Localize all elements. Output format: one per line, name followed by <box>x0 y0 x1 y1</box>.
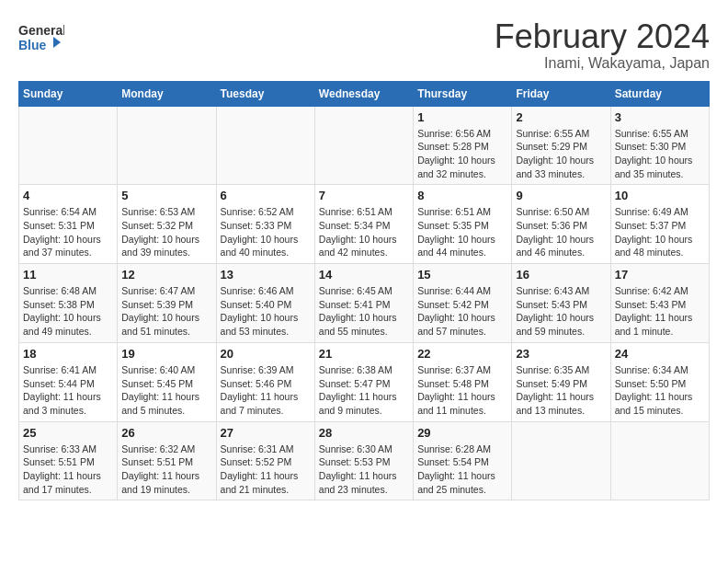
day-number: 16 <box>516 268 606 282</box>
day-info: Sunrise: 6:46 AM Sunset: 5:40 PM Dayligh… <box>221 284 311 339</box>
calendar-cell: 11Sunrise: 6:48 AM Sunset: 5:38 PM Dayli… <box>19 264 118 343</box>
calendar-cell <box>610 421 709 500</box>
day-info: Sunrise: 6:31 AM Sunset: 5:52 PM Dayligh… <box>221 442 311 497</box>
calendar-cell: 21Sunrise: 6:38 AM Sunset: 5:47 PM Dayli… <box>314 342 413 421</box>
calendar-cell: 16Sunrise: 6:43 AM Sunset: 5:43 PM Dayli… <box>512 264 610 343</box>
day-info: Sunrise: 6:51 AM Sunset: 5:34 PM Dayligh… <box>319 205 409 259</box>
week-row-1: 1Sunrise: 6:56 AM Sunset: 5:28 PM Daylig… <box>19 106 710 185</box>
day-info: Sunrise: 6:38 AM Sunset: 5:47 PM Dayligh… <box>319 363 409 418</box>
week-row-2: 4Sunrise: 6:54 AM Sunset: 5:31 PM Daylig… <box>19 185 710 264</box>
day-number: 10 <box>615 189 705 202</box>
calendar-cell: 26Sunrise: 6:32 AM Sunset: 5:51 PM Dayli… <box>118 421 216 500</box>
calendar-cell: 3Sunrise: 6:55 AM Sunset: 5:30 PM Daylig… <box>610 106 709 185</box>
week-row-5: 25Sunrise: 6:33 AM Sunset: 5:51 PM Dayli… <box>19 421 710 500</box>
svg-marker-2 <box>53 37 61 48</box>
day-info: Sunrise: 6:50 AM Sunset: 5:36 PM Dayligh… <box>516 205 606 259</box>
day-number: 8 <box>417 189 507 202</box>
day-number: 26 <box>121 426 211 440</box>
day-info: Sunrise: 6:47 AM Sunset: 5:39 PM Dayligh… <box>121 284 211 339</box>
day-number: 5 <box>121 189 211 202</box>
week-row-4: 18Sunrise: 6:41 AM Sunset: 5:44 PM Dayli… <box>19 342 710 421</box>
column-header-saturday: Saturday <box>610 81 709 106</box>
calendar-cell: 23Sunrise: 6:35 AM Sunset: 5:49 PM Dayli… <box>512 342 610 421</box>
day-number: 23 <box>516 347 606 361</box>
calendar-cell: 17Sunrise: 6:42 AM Sunset: 5:43 PM Dayli… <box>610 264 709 343</box>
calendar-cell: 13Sunrise: 6:46 AM Sunset: 5:40 PM Dayli… <box>216 264 314 343</box>
day-number: 20 <box>221 347 311 361</box>
calendar-cell <box>512 421 610 500</box>
day-number: 3 <box>615 110 705 124</box>
calendar-cell: 9Sunrise: 6:50 AM Sunset: 5:36 PM Daylig… <box>512 185 610 264</box>
day-info: Sunrise: 6:35 AM Sunset: 5:49 PM Dayligh… <box>516 363 606 418</box>
column-header-monday: Monday <box>118 81 216 106</box>
day-info: Sunrise: 6:56 AM Sunset: 5:28 PM Dayligh… <box>417 127 507 181</box>
column-header-friday: Friday <box>512 81 610 106</box>
week-row-3: 11Sunrise: 6:48 AM Sunset: 5:38 PM Dayli… <box>19 264 710 343</box>
logo: GeneralBlue <box>18 18 64 57</box>
day-info: Sunrise: 6:55 AM Sunset: 5:30 PM Dayligh… <box>615 127 705 181</box>
day-info: Sunrise: 6:33 AM Sunset: 5:51 PM Dayligh… <box>23 442 113 497</box>
day-number: 13 <box>221 268 311 282</box>
day-number: 4 <box>23 189 113 202</box>
calendar-cell: 20Sunrise: 6:39 AM Sunset: 5:46 PM Dayli… <box>216 342 314 421</box>
calendar-cell: 5Sunrise: 6:53 AM Sunset: 5:32 PM Daylig… <box>118 185 216 264</box>
svg-text:General: General <box>18 23 64 38</box>
calendar-cell: 24Sunrise: 6:34 AM Sunset: 5:50 PM Dayli… <box>610 342 709 421</box>
day-number: 9 <box>516 189 606 202</box>
day-info: Sunrise: 6:37 AM Sunset: 5:48 PM Dayligh… <box>417 363 507 418</box>
column-header-thursday: Thursday <box>414 81 512 106</box>
column-header-sunday: Sunday <box>19 81 118 106</box>
column-header-wednesday: Wednesday <box>314 81 413 106</box>
day-number: 18 <box>23 347 113 361</box>
calendar-cell <box>19 106 118 185</box>
day-info: Sunrise: 6:42 AM Sunset: 5:43 PM Dayligh… <box>615 284 705 339</box>
day-number: 7 <box>319 189 409 202</box>
calendar-cell: 2Sunrise: 6:55 AM Sunset: 5:29 PM Daylig… <box>512 106 610 185</box>
day-number: 28 <box>319 426 409 440</box>
calendar-cell: 27Sunrise: 6:31 AM Sunset: 5:52 PM Dayli… <box>216 421 314 500</box>
day-info: Sunrise: 6:30 AM Sunset: 5:53 PM Dayligh… <box>319 442 409 497</box>
calendar-cell: 28Sunrise: 6:30 AM Sunset: 5:53 PM Dayli… <box>314 421 413 500</box>
title-block: February 2024 Inami, Wakayama, Japan <box>495 18 710 72</box>
calendar-cell <box>216 106 314 185</box>
calendar-cell: 15Sunrise: 6:44 AM Sunset: 5:42 PM Dayli… <box>414 264 512 343</box>
calendar-cell: 7Sunrise: 6:51 AM Sunset: 5:34 PM Daylig… <box>314 185 413 264</box>
calendar-cell: 1Sunrise: 6:56 AM Sunset: 5:28 PM Daylig… <box>414 106 512 185</box>
day-number: 27 <box>221 426 311 440</box>
day-number: 11 <box>23 268 113 282</box>
day-info: Sunrise: 6:40 AM Sunset: 5:45 PM Dayligh… <box>121 363 211 418</box>
day-info: Sunrise: 6:55 AM Sunset: 5:29 PM Dayligh… <box>516 127 606 181</box>
logo-svg: GeneralBlue <box>18 18 64 57</box>
day-info: Sunrise: 6:51 AM Sunset: 5:35 PM Dayligh… <box>417 205 507 259</box>
page-title: February 2024 <box>495 18 710 55</box>
page-header: GeneralBlue February 2024 Inami, Wakayam… <box>18 18 710 72</box>
calendar-cell: 10Sunrise: 6:49 AM Sunset: 5:37 PM Dayli… <box>610 185 709 264</box>
day-number: 1 <box>417 110 507 124</box>
day-info: Sunrise: 6:39 AM Sunset: 5:46 PM Dayligh… <box>221 363 311 418</box>
day-number: 12 <box>121 268 211 282</box>
calendar-cell: 4Sunrise: 6:54 AM Sunset: 5:31 PM Daylig… <box>19 185 118 264</box>
calendar-cell: 6Sunrise: 6:52 AM Sunset: 5:33 PM Daylig… <box>216 185 314 264</box>
calendar-cell: 25Sunrise: 6:33 AM Sunset: 5:51 PM Dayli… <box>19 421 118 500</box>
day-info: Sunrise: 6:34 AM Sunset: 5:50 PM Dayligh… <box>615 363 705 418</box>
page-subtitle: Inami, Wakayama, Japan <box>495 55 710 72</box>
day-number: 21 <box>319 347 409 361</box>
day-number: 22 <box>417 347 507 361</box>
day-number: 6 <box>221 189 311 202</box>
svg-text:Blue: Blue <box>18 38 47 52</box>
day-info: Sunrise: 6:43 AM Sunset: 5:43 PM Dayligh… <box>516 284 606 339</box>
calendar-cell: 29Sunrise: 6:28 AM Sunset: 5:54 PM Dayli… <box>414 421 512 500</box>
day-number: 24 <box>615 347 705 361</box>
day-number: 29 <box>417 426 507 440</box>
day-info: Sunrise: 6:41 AM Sunset: 5:44 PM Dayligh… <box>23 363 113 418</box>
calendar-cell: 14Sunrise: 6:45 AM Sunset: 5:41 PM Dayli… <box>314 264 413 343</box>
header-row: SundayMondayTuesdayWednesdayThursdayFrid… <box>19 81 710 106</box>
calendar-cell <box>118 106 216 185</box>
day-info: Sunrise: 6:53 AM Sunset: 5:32 PM Dayligh… <box>121 205 211 259</box>
day-info: Sunrise: 6:44 AM Sunset: 5:42 PM Dayligh… <box>417 284 507 339</box>
day-info: Sunrise: 6:28 AM Sunset: 5:54 PM Dayligh… <box>417 442 507 497</box>
day-info: Sunrise: 6:49 AM Sunset: 5:37 PM Dayligh… <box>615 205 705 259</box>
column-header-tuesday: Tuesday <box>216 81 314 106</box>
calendar-table: SundayMondayTuesdayWednesdayThursdayFrid… <box>18 81 710 501</box>
day-number: 19 <box>121 347 211 361</box>
